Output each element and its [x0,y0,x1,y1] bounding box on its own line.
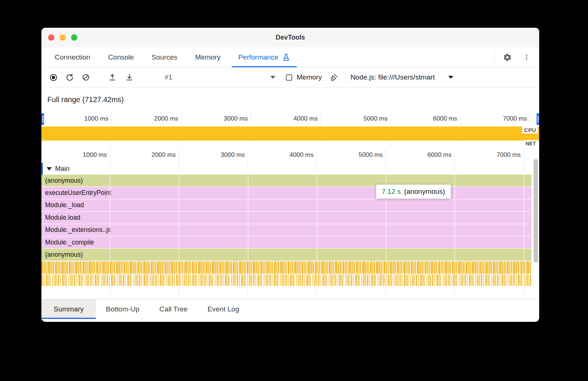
panel-tabbar: Connection Console Sources Memory Perfor… [41,47,539,67]
devtools-window: DevTools Connection Console Sources Memo… [41,28,539,322]
titlebar: DevTools [41,28,539,47]
toolbar-divider [345,72,345,83]
flame-micro-frames-row[interactable] [41,262,531,274]
net-label: NET [524,140,538,147]
traffic-lights [48,28,77,47]
zoom-window-button[interactable] [71,34,77,41]
ruler-tick: 2000 ms [139,151,176,159]
tab-summary[interactable]: Summary [41,299,96,319]
ruler-tick: 1000 ms [70,151,107,159]
ruler-tick: 7000 ms [490,115,527,122]
collapse-triangle-icon[interactable] [47,167,52,171]
ruler-tick: 3000 ms [208,151,245,159]
profile-selector[interactable]: #1 [165,73,276,81]
ruler-tick: 4000 ms [281,115,318,122]
clear-recording-icon[interactable] [79,71,92,84]
ruler-tick: 4000 ms [277,151,314,159]
range-handle-left[interactable] [41,113,44,125]
target-selector[interactable]: Node.js: file:///Users/stmart [351,73,453,81]
flame-frame[interactable]: (anonymous) [41,175,531,187]
tab-console[interactable]: Console [99,47,143,67]
tooltip-duration: 7.12 s [382,188,401,196]
cpu-activity-bar[interactable]: CPU [41,127,539,141]
tab-connection[interactable]: Connection [46,47,99,67]
net-activity-strip: NET [41,141,539,148]
tabbar-right-controls [494,47,539,67]
close-window-button[interactable] [48,34,54,41]
flame-frame[interactable]: Module._compile [41,236,531,249]
ruler-tick: 5000 ms [346,151,383,159]
flame-micro-frames-row[interactable] [41,274,531,286]
full-range-label: Full range (7127.42ms) [41,88,539,112]
tab-bottom-up[interactable]: Bottom-Up [96,299,149,319]
download-profile-icon[interactable] [123,71,136,84]
tooltip-frame-name: (anonymous) [404,188,445,196]
ruler-tick: 7000 ms [484,151,521,159]
minimize-window-button[interactable] [60,34,66,41]
ruler-tick: 6000 ms [420,115,457,122]
tab-sources[interactable]: Sources [143,47,186,67]
flame-tooltip: 7.12 s (anonymous) [376,185,451,199]
flame-frame[interactable]: Module._load [41,199,531,212]
flame-frame[interactable]: executeUserEntryPoint [41,187,531,199]
details-tabbar: Summary Bottom-Up Call Tree Event Log [41,299,539,319]
flame-frame[interactable]: Module.load [41,212,531,224]
ruler-tick: 1000 ms [71,115,108,122]
track-selection-marker [41,163,43,175]
memory-checkbox[interactable] [286,74,292,81]
flame-chart: 1000 ms 2000 ms 3000 ms 4000 ms 5000 ms … [41,148,539,299]
ruler-tick: 6000 ms [415,151,452,159]
tab-event-log[interactable]: Event Log [197,299,249,319]
tab-performance[interactable]: Performance [229,47,299,67]
tabbar-divider [494,52,495,63]
flame-ruler: 1000 ms 2000 ms 3000 ms 4000 ms 5000 ms … [41,148,539,163]
flame-rows: (anonymous) executeUserEntryPoint Module… [41,175,531,261]
memory-checkbox-label[interactable]: Memory [297,73,322,81]
performance-toolbar: #1 Memory Node.js: file:///Users/stmart [41,67,539,88]
collect-garbage-broom-icon[interactable] [327,71,341,84]
range-handle-right[interactable] [537,113,539,125]
main-track-header[interactable]: Main [41,163,539,175]
flame-frame[interactable]: (anonymous) [41,249,531,261]
tab-memory[interactable]: Memory [186,47,230,67]
window-title: DevTools [276,34,305,41]
memory-toggle-group: Memory [286,73,322,81]
reload-and-record-icon[interactable] [63,71,76,84]
tab-call-tree[interactable]: Call Tree [149,299,197,319]
ruler-tick: 2000 ms [141,115,178,122]
kebab-menu-icon[interactable] [520,51,533,64]
ruler-tick: 5000 ms [351,115,388,122]
timeline-overview: 1000 ms 2000 ms 3000 ms 4000 ms 5000 ms … [41,112,539,148]
vertical-scrollbar-thumb[interactable] [534,159,538,263]
settings-gear-icon[interactable] [501,51,514,64]
profile-selector-value: #1 [165,73,172,81]
target-selector-value: Node.js: file:///Users/stmart [351,73,435,81]
cpu-label: CPU [522,127,538,134]
record-icon[interactable] [47,71,60,84]
flask-icon [282,53,290,61]
main-track-label: Main [55,165,70,173]
chevron-down-icon [448,76,453,79]
flame-frame[interactable]: Module._extensions..js [41,224,531,236]
ruler-tick: 3000 ms [211,115,248,122]
chevron-down-icon [270,76,276,79]
upload-profile-icon[interactable] [106,71,119,84]
